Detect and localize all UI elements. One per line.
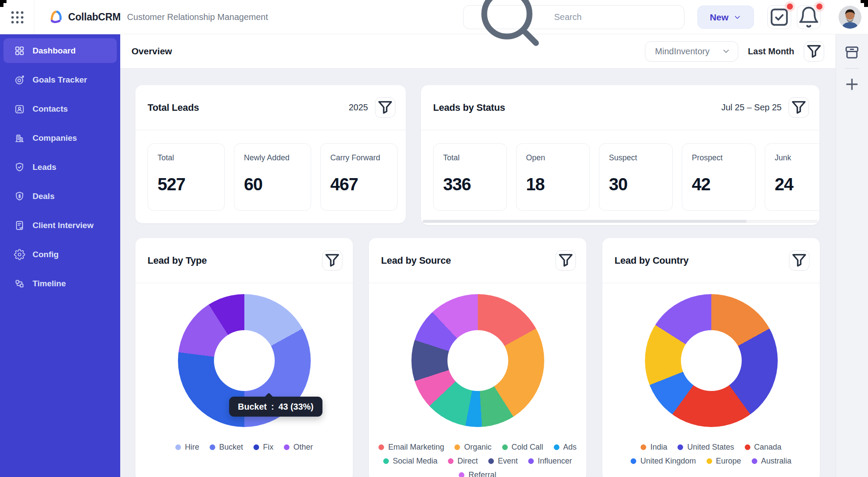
legend-item[interactable]: Canada [745,443,782,452]
card-header: Lead by Source [369,238,586,283]
horizontal-scrollbar[interactable] [423,220,818,223]
card-title: Total Leads [148,102,199,113]
legend-label: Cold Call [512,443,543,452]
legend-dot-icon [707,458,712,464]
add-widget-button[interactable] [843,76,861,93]
lead-by-country-donut-chart[interactable] [645,294,778,427]
filter-button[interactable] [322,250,342,271]
new-button[interactable]: New [697,6,754,29]
legend-label: United States [687,443,734,452]
sidebar-item-companies[interactable]: Companies [3,126,117,150]
legend-label: United Kingdom [640,457,696,466]
topbar-divider [34,0,34,34]
legend-item[interactable]: Bucket [210,443,243,452]
card-title: Lead by Country [615,255,689,266]
notification-dot [787,3,793,10]
sidebar-item-dashboard[interactable]: Dashboard [3,38,117,63]
legend-item[interactable]: Ads [554,443,577,452]
legend-item[interactable]: Fix [253,443,273,452]
tooltip-value: 43 (33%) [278,402,313,412]
stat-tile-value: 336 [443,175,506,194]
chart-tooltip: Bucket : 43 (33%) [229,397,322,417]
filter-button[interactable] [789,97,809,118]
widgets-panel-button[interactable] [843,44,861,61]
search-input[interactable] [554,12,676,22]
sidebar-item-timeline[interactable]: Timeline [3,271,117,296]
legend-item[interactable]: Europe [707,457,741,466]
donut-hole [681,330,742,391]
legend-item[interactable]: Direct [448,457,478,466]
stat-tile: Open 18 [516,143,590,211]
legend-item[interactable]: United Kingdom [631,457,696,466]
stat-tile-label: Junk [775,153,819,162]
legend-item[interactable]: Hire [175,443,199,452]
tooltip-separator: : [271,402,274,412]
legend-item[interactable]: Influencer [528,457,572,466]
legend-item[interactable]: Organic [454,443,491,452]
notifications-button[interactable] [797,5,821,29]
legend-item[interactable]: Cold Call [502,443,543,452]
task-check-icon [768,6,791,29]
funnel-icon [375,98,395,117]
filter-button[interactable] [375,97,395,118]
stat-tile: Junk 24 [765,143,819,211]
chevron-down-icon [721,46,731,56]
dashboard-content: Total Leads 2025 Total 527 Newly Added 6… [120,69,835,477]
card-header: Lead by Country [602,238,820,283]
stat-tile-label: Open [526,153,589,162]
global-filter-button[interactable] [804,41,824,62]
sidebar-item-icon [14,162,25,173]
bell-icon [797,6,820,29]
stat-tile: Prospect 42 [682,143,756,211]
sidebar-item-goals-tracker[interactable]: Goals Tracker [3,67,117,92]
apps-grid-icon [9,9,26,26]
tasks-button[interactable] [767,5,791,29]
card-title: Leads by Status [433,102,505,113]
legend-item[interactable]: Australia [752,457,792,466]
filter-button[interactable] [556,250,576,271]
legend-label: Bucket [219,443,243,452]
card-period: Jul 25 – Sep 25 [721,103,782,113]
charts-row: Lead by Type Bucket : 43 (33%) Hire Buck… [135,238,820,477]
sidebar-item-leads[interactable]: Leads [3,155,117,179]
lead-by-source-donut-chart[interactable] [411,294,544,427]
sidebar-item-config[interactable]: Config [3,242,117,267]
legend-item[interactable]: India [641,443,667,452]
archive-box-icon [843,44,861,61]
sidebar-item-client-interview[interactable]: Client Interview [3,213,117,238]
search-box[interactable] [463,5,684,29]
user-avatar[interactable] [838,6,861,29]
legend-dot-icon [175,444,181,450]
legend-label: Australia [761,457,792,466]
legend-item[interactable]: Referral [459,470,496,477]
company-select-value: MindInventory [655,46,710,56]
sidebar-item-icon [14,220,25,231]
legend-item[interactable]: Email Marketing [378,443,444,452]
legend-dot-icon [383,458,389,464]
scrollbar-thumb[interactable] [423,220,746,223]
chart-legend: Hire Bucket Fix Other [135,443,353,452]
app-launcher-button[interactable] [9,9,26,26]
stats-row: Total Leads 2025 Total 527 Newly Added 6… [135,85,819,225]
legend-dot-icon [554,444,559,450]
legend-label: Email Marketing [388,443,444,452]
legend-item[interactable]: Other [284,443,313,452]
stat-tile-label: Total [443,153,506,162]
legend-item[interactable]: Social Media [383,457,437,466]
legend-item[interactable]: United States [677,443,734,452]
stat-tile: Total 336 [433,143,507,211]
filter-button[interactable] [789,250,809,271]
stat-tile: Carry Forward 467 [320,143,398,211]
legend-dot-icon [631,458,636,464]
legend-dot-icon [677,444,683,450]
company-select[interactable]: MindInventory [645,41,738,62]
sidebar-item-icon [14,132,25,144]
card-header: Lead by Type [135,238,353,283]
sidebar-nav: Dashboard Goals Tracker Contacts Compani… [0,34,120,296]
sidebar-item-deals[interactable]: Deals [3,184,117,209]
legend-label: Influencer [538,457,572,466]
legend-label: Canada [754,443,782,452]
legend-row: Hire Bucket Fix Other [175,443,313,452]
legend-item[interactable]: Event [488,457,518,466]
sidebar-item-contacts[interactable]: Contacts [3,96,117,121]
